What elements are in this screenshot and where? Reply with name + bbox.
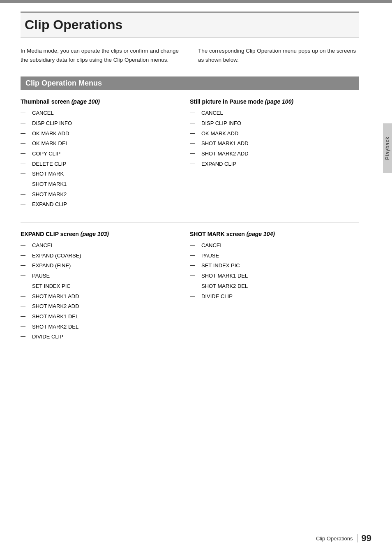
- sidebar-tab-label: Playback: [385, 137, 390, 160]
- menu-column-still: Still picture in Pause mode (page 100) C…: [190, 98, 359, 210]
- intro-left: In Media mode, you can operate the clips…: [21, 46, 182, 64]
- list-item: CANCEL: [190, 241, 351, 251]
- list-item: SHOT MARK: [21, 169, 182, 179]
- expand-items: CANCELEXPAND (COARSE)EXPAND (FINE)PAUSES…: [21, 241, 182, 342]
- list-item: PAUSE: [190, 251, 351, 261]
- page-container: Playback Clip Operations In Media mode, …: [0, 0, 392, 556]
- main-content: Clip Operations In Media mode, you can o…: [0, 0, 392, 379]
- list-item: SHOT MARK2 ADD: [190, 149, 351, 159]
- intro-right: The corresponding Clip Operation menu po…: [198, 46, 359, 64]
- list-item: DISP CLIP INFO: [190, 118, 351, 129]
- list-item: EXPAND (FINE): [21, 261, 182, 271]
- list-item: PAUSE: [21, 271, 182, 281]
- shotmark-items: CANCELPAUSESET INDEX PICSHOT MARK1 DELSH…: [190, 241, 351, 301]
- list-item: SHOT MARK1 ADD: [21, 292, 182, 302]
- list-item: SHOT MARK1 ADD: [190, 139, 351, 149]
- footer-separator: [357, 534, 357, 542]
- footer-text: Clip Operations: [316, 535, 353, 542]
- list-item: CANCEL: [190, 108, 351, 118]
- menu-columns-bottom: EXPAND CLIP screen (page 103) CANCELEXPA…: [21, 231, 359, 342]
- page-footer: Clip Operations 99: [316, 533, 371, 544]
- list-item: DIVIDE CLIP: [190, 292, 351, 302]
- menu-column-shotmark: SHOT MARK screen (page 104) CANCELPAUSES…: [190, 231, 359, 342]
- list-item: SET INDEX PIC: [21, 281, 182, 292]
- list-item: DELETE CLIP: [21, 159, 182, 169]
- list-item: SHOT MARK2: [21, 190, 182, 200]
- menu-columns-top: Thumbnail screen (page 100) CANCELDISP C…: [21, 98, 359, 210]
- still-heading: Still picture in Pause mode (page 100): [190, 98, 351, 105]
- list-item: SHOT MARK2 ADD: [21, 301, 182, 312]
- list-item: DIVIDE CLIP: [21, 332, 182, 342]
- page-title: Clip Operations: [21, 17, 359, 32]
- menu-column-expand: EXPAND CLIP screen (page 103) CANCELEXPA…: [21, 231, 190, 342]
- page-number: 99: [362, 533, 371, 544]
- list-item: CANCEL: [21, 108, 182, 118]
- list-item: SHOT MARK1 DEL: [21, 312, 182, 322]
- section-header: Clip Operation Menus: [21, 76, 359, 90]
- list-item: CANCEL: [21, 241, 182, 251]
- list-item: SET INDEX PIC: [190, 261, 351, 271]
- shotmark-heading: SHOT MARK screen (page 104): [190, 231, 351, 237]
- list-item: SHOT MARK2 DEL: [21, 322, 182, 332]
- top-accent-bar: [0, 0, 392, 3]
- still-items: CANCELDISP CLIP INFOOK MARK ADDSHOT MARK…: [190, 108, 351, 169]
- list-item: SHOT MARK1 DEL: [190, 271, 351, 281]
- list-item: COPY CLIP: [21, 149, 182, 159]
- list-item: OK MARK ADD: [21, 129, 182, 139]
- divider: [21, 222, 359, 222]
- list-item: SHOT MARK1: [21, 179, 182, 190]
- list-item: OK MARK DEL: [21, 139, 182, 149]
- thumbnail-heading: Thumbnail screen (page 100): [21, 98, 182, 105]
- list-item: OK MARK ADD: [190, 129, 351, 139]
- list-item: EXPAND CLIP: [21, 199, 182, 210]
- sidebar-tab: Playback: [383, 123, 392, 173]
- list-item: DISP CLIP INFO: [21, 118, 182, 129]
- intro-section: In Media mode, you can operate the clips…: [21, 46, 359, 64]
- menu-column-thumbnail: Thumbnail screen (page 100) CANCELDISP C…: [21, 98, 190, 210]
- expand-heading: EXPAND CLIP screen (page 103): [21, 231, 182, 237]
- thumbnail-items: CANCELDISP CLIP INFOOK MARK ADDOK MARK D…: [21, 108, 182, 210]
- list-item: SHOT MARK2 DEL: [190, 281, 351, 292]
- list-item: EXPAND (COARSE): [21, 251, 182, 261]
- page-title-section: Clip Operations: [21, 12, 359, 38]
- list-item: EXPAND CLIP: [190, 159, 351, 169]
